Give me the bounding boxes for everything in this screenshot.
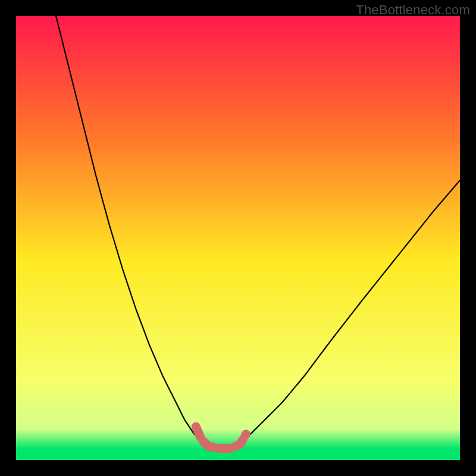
chart-frame: TheBottleneck.com [0, 0, 476, 476]
plot-area [16, 16, 460, 460]
watermark-text: TheBottleneck.com [356, 2, 470, 18]
gradient-background [16, 16, 460, 460]
bottleneck-curve-chart [16, 16, 460, 460]
